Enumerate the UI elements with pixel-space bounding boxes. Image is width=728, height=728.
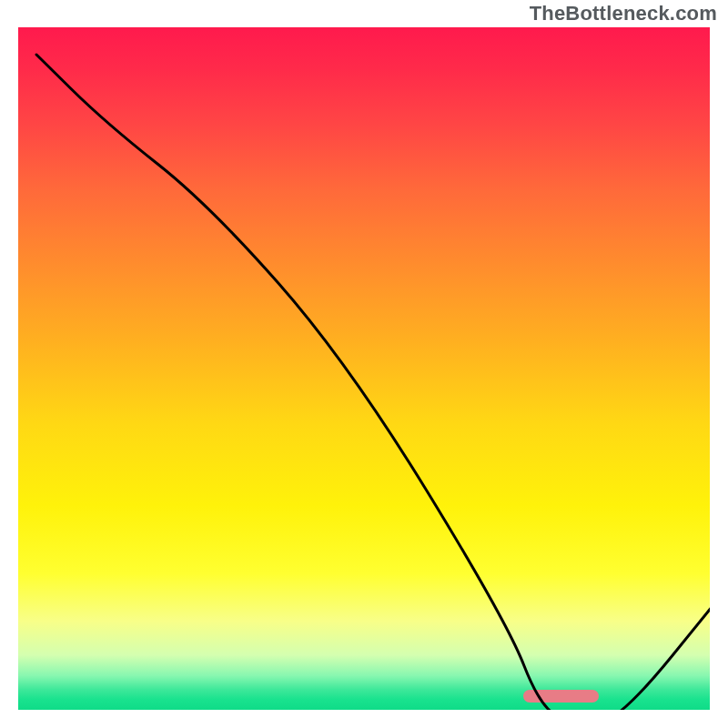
watermark-text: TheBottleneck.com [530, 2, 717, 25]
frame-right [710, 0, 728, 728]
frame-bottom [0, 710, 728, 728]
frame-left [0, 0, 18, 728]
bottleneck-curve-path [36, 55, 728, 723]
curve-overlay [36, 55, 728, 728]
bottleneck-chart: TheBottleneck.com [0, 0, 728, 728]
plot-area [18, 27, 710, 710]
